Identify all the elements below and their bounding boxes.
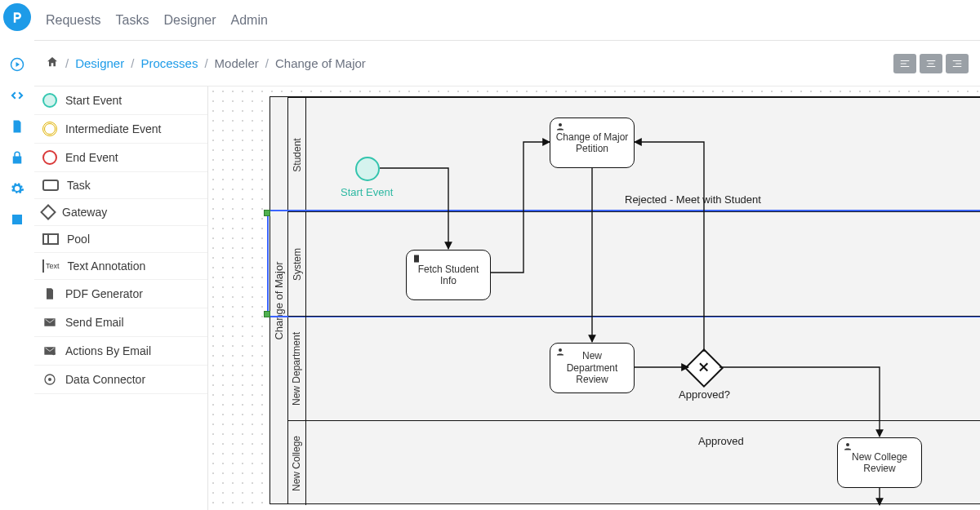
palette-send-email[interactable]: Send Email [34, 308, 207, 337]
crumb-designer[interactable]: Designer [75, 56, 124, 70]
align-buttons [893, 54, 969, 73]
gateway-icon [40, 204, 56, 220]
top-nav: Requests Tasks Designer Admin [34, 0, 980, 41]
breadcrumb: / Designer / Processes / Modeler / Chang… [46, 55, 366, 71]
align-center-button[interactable] [920, 54, 942, 73]
pool-icon [42, 233, 59, 245]
crumb-current: Change of Major [275, 56, 366, 70]
svg-point-6 [846, 443, 849, 446]
selection-handle[interactable] [264, 311, 270, 317]
palette-pool[interactable]: Pool [34, 226, 207, 253]
user-task-icon [555, 122, 565, 134]
lock-icon[interactable] [0, 142, 34, 173]
user-task-icon [843, 441, 853, 454]
start-event-label: Start Event [341, 186, 393, 198]
left-sidebar [0, 0, 34, 510]
modeler-canvas[interactable]: Change of Major Student Start Event Chan… [208, 86, 980, 510]
breadcrumb-row: / Designer / Processes / Modeler / Chang… [34, 41, 980, 86]
node-gateway-approved[interactable] [684, 348, 724, 388]
lane-title-new-college: New College [288, 421, 306, 505]
palette-data-connector[interactable]: Data Connector [34, 366, 207, 394]
text-panel-icon[interactable] [0, 204, 34, 235]
svg-point-4 [559, 123, 562, 126]
user-task-icon [555, 347, 565, 359]
svg-point-3 [48, 378, 51, 381]
intermediate-event-icon [42, 122, 57, 136]
start-event-icon [42, 93, 57, 108]
lane-system[interactable]: System Fetch Student Info [288, 211, 980, 316]
gear-icon[interactable] [0, 173, 34, 204]
selection-handle[interactable] [264, 210, 270, 216]
lane-new-college[interactable]: New College New College Review [288, 420, 980, 505]
email-action-icon [42, 344, 57, 358]
nav-admin[interactable]: Admin [231, 13, 268, 28]
lane-new-department[interactable]: New Department New Department Review App… [288, 316, 980, 420]
svg-point-5 [559, 348, 562, 352]
edge-label-rejected: Rejected - Meet with Student [625, 193, 761, 206]
palette-start-event[interactable]: Start Event [34, 86, 207, 115]
play-icon[interactable] [0, 49, 34, 80]
app-logo[interactable] [3, 3, 31, 31]
code-icon[interactable] [0, 80, 34, 111]
node-new-department-review[interactable]: New Department Review [550, 343, 635, 393]
node-fetch-student-info[interactable]: Fetch Student Info [406, 250, 491, 300]
email-icon [42, 315, 57, 330]
lane-title-system: System [288, 212, 306, 316]
crumb-processes[interactable]: Processes [140, 56, 198, 70]
end-event-icon [42, 150, 57, 165]
palette-task[interactable]: Task [34, 172, 207, 199]
connector-icon [42, 372, 57, 387]
gateway-label: Approved? [679, 388, 730, 401]
node-change-of-major-petition[interactable]: Change of Major Petition [550, 118, 635, 168]
palette-actions-by-email[interactable]: Actions By Email [34, 337, 207, 366]
lane-title-student: Student [288, 98, 306, 211]
align-right-button[interactable] [946, 54, 969, 73]
node-new-college-review[interactable]: New College Review [837, 437, 922, 488]
document-icon[interactable] [0, 111, 34, 142]
edge-label-approved: Approved [698, 435, 744, 447]
nav-designer[interactable]: Designer [164, 13, 216, 28]
palette-gateway[interactable]: Gateway [34, 199, 207, 226]
script-task-icon [412, 254, 421, 266]
node-start-event[interactable] [355, 157, 380, 181]
task-icon [42, 180, 59, 191]
pdf-icon [42, 286, 57, 301]
pool-change-of-major[interactable]: Change of Major Student Start Event Chan… [270, 96, 980, 504]
text-annotation-icon: Text [42, 259, 60, 273]
palette-text-annotation[interactable]: TextText Annotation [34, 253, 207, 280]
palette-pdf-generator[interactable]: PDF Generator [34, 280, 207, 308]
nav-tasks[interactable]: Tasks [116, 13, 149, 28]
crumb-modeler: Modeler [215, 56, 259, 70]
element-palette: Start Event Intermediate Event End Event… [34, 86, 208, 510]
palette-intermediate-event[interactable]: Intermediate Event [34, 115, 207, 144]
nav-requests[interactable]: Requests [46, 13, 101, 28]
home-icon[interactable] [46, 55, 59, 71]
palette-end-event[interactable]: End Event [34, 144, 207, 172]
svg-point-1 [52, 352, 56, 355]
align-left-button[interactable] [893, 54, 916, 73]
lane-title-new-department: New Department [288, 317, 306, 420]
gateway-x-icon [697, 361, 710, 376]
pool-title: Change of Major [270, 97, 288, 503]
